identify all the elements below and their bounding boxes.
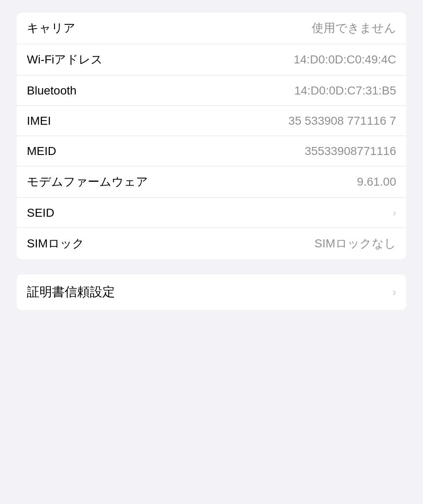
certificate-trust-row[interactable]: 証明書信頼設定 › — [17, 274, 406, 310]
imei-value: 35 533908 771116 7 — [288, 114, 396, 128]
certificate-trust-label: 証明書信頼設定 — [27, 284, 115, 301]
meid-value: 35533908771116 — [305, 144, 396, 158]
modem-firmware-value: 9.61.00 — [357, 175, 396, 189]
imei-label: IMEI — [27, 114, 51, 128]
wifi-address-value: 14:D0:0D:C0:49:4C — [294, 53, 396, 66]
carrier-value: 使用できません — [312, 20, 396, 36]
bluetooth-label: Bluetooth — [27, 84, 76, 97]
modem-firmware-label: モデムファームウェア — [27, 174, 148, 190]
bluetooth-value: 14:D0:0D:C7:31:B5 — [294, 84, 396, 97]
seid-label: SEID — [27, 206, 54, 220]
settings-row-bluetooth: Bluetooth14:D0:0D:C7:31:B5 — [17, 76, 406, 106]
settings-row-seid[interactable]: SEID› — [17, 198, 406, 228]
sim-lock-label: SIMロック — [27, 236, 84, 252]
sim-lock-value: SIMロックなし — [314, 236, 396, 252]
certificate-group: 証明書信頼設定 › — [17, 274, 406, 310]
carrier-label: キャリア — [27, 20, 76, 36]
settings-row-carrier: キャリア使用できません — [17, 13, 406, 44]
settings-row-imei: IMEI35 533908 771116 7 — [17, 106, 406, 136]
certificate-chevron-icon: › — [392, 286, 396, 299]
settings-row-wifi-address: Wi-Fiアドレス14:D0:0D:C0:49:4C — [17, 44, 406, 76]
meid-label: MEID — [27, 144, 56, 158]
seid-chevron-icon: › — [393, 207, 396, 219]
settings-group: キャリア使用できませんWi-Fiアドレス14:D0:0D:C0:49:4CBlu… — [17, 13, 406, 259]
settings-row-meid: MEID35533908771116 — [17, 136, 406, 166]
settings-row-sim-lock: SIMロックSIMロックなし — [17, 228, 406, 259]
wifi-address-label: Wi-Fiアドレス — [27, 52, 103, 68]
settings-row-modem-firmware: モデムファームウェア9.61.00 — [17, 166, 406, 198]
